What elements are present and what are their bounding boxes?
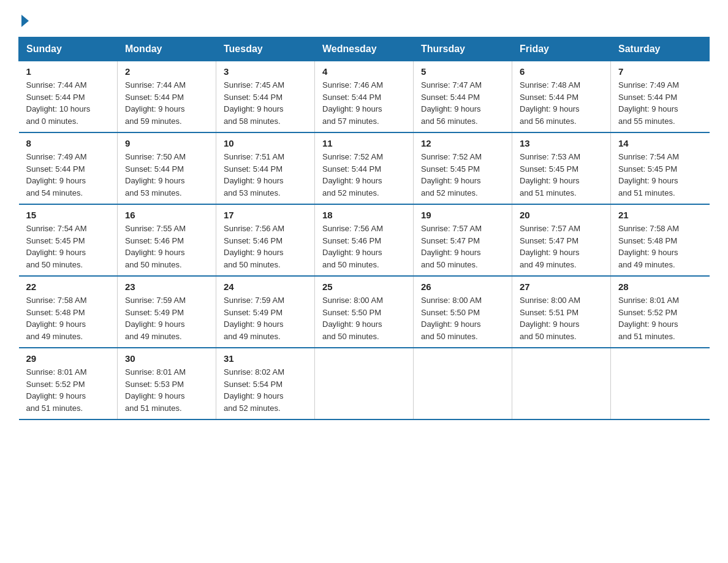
- day-info: Sunrise: 7:50 AMSunset: 5:44 PMDaylight:…: [125, 151, 208, 199]
- day-number: 26: [421, 282, 504, 292]
- day-info: Sunrise: 7:53 AMSunset: 5:45 PMDaylight:…: [520, 151, 603, 199]
- day-number: 18: [322, 210, 406, 220]
- calendar-cell: 24 Sunrise: 7:59 AMSunset: 5:49 PMDaylig…: [216, 276, 315, 348]
- calendar-cell: 12 Sunrise: 7:52 AMSunset: 5:45 PMDaylig…: [414, 132, 512, 204]
- column-header-friday: Friday: [512, 37, 611, 61]
- day-info: Sunrise: 7:44 AMSunset: 5:44 PMDaylight:…: [125, 79, 208, 127]
- day-info: Sunrise: 7:48 AMSunset: 5:44 PMDaylight:…: [520, 79, 603, 127]
- calendar-table: SundayMondayTuesdayWednesdayThursdayFrid…: [18, 37, 710, 420]
- day-info: Sunrise: 7:47 AMSunset: 5:44 PMDaylight:…: [421, 79, 504, 127]
- day-number: 5: [421, 66, 504, 77]
- calendar-cell: [611, 348, 710, 419]
- calendar-cell: 13 Sunrise: 7:53 AMSunset: 5:45 PMDaylig…: [512, 132, 611, 204]
- day-info: Sunrise: 8:01 AMSunset: 5:52 PMDaylight:…: [618, 294, 702, 342]
- day-info: Sunrise: 7:58 AMSunset: 5:48 PMDaylight:…: [26, 294, 110, 342]
- calendar-cell: 30 Sunrise: 8:01 AMSunset: 5:53 PMDaylig…: [118, 348, 216, 419]
- calendar-cell: 17 Sunrise: 7:56 AMSunset: 5:46 PMDaylig…: [216, 204, 315, 276]
- day-info: Sunrise: 7:57 AMSunset: 5:47 PMDaylight:…: [520, 223, 603, 270]
- column-header-thursday: Thursday: [414, 37, 512, 61]
- calendar-cell: 19 Sunrise: 7:57 AMSunset: 5:47 PMDaylig…: [414, 204, 512, 276]
- day-info: Sunrise: 8:00 AMSunset: 5:50 PMDaylight:…: [322, 294, 406, 342]
- day-info: Sunrise: 7:45 AMSunset: 5:44 PMDaylight:…: [224, 79, 307, 127]
- calendar-cell: 21 Sunrise: 7:58 AMSunset: 5:48 PMDaylig…: [611, 204, 710, 276]
- day-info: Sunrise: 8:01 AMSunset: 5:53 PMDaylight:…: [125, 366, 208, 414]
- calendar-cell: 11 Sunrise: 7:52 AMSunset: 5:44 PMDaylig…: [315, 132, 414, 204]
- calendar-cell: 4 Sunrise: 7:46 AMSunset: 5:44 PMDayligh…: [315, 61, 414, 133]
- column-header-monday: Monday: [118, 37, 216, 61]
- day-number: 27: [520, 282, 603, 292]
- calendar-cell: 23 Sunrise: 7:59 AMSunset: 5:49 PMDaylig…: [118, 276, 216, 348]
- day-info: Sunrise: 7:46 AMSunset: 5:44 PMDaylight:…: [322, 79, 406, 127]
- day-number: 24: [224, 282, 307, 292]
- calendar-cell: 16 Sunrise: 7:55 AMSunset: 5:46 PMDaylig…: [118, 204, 216, 276]
- day-info: Sunrise: 7:57 AMSunset: 5:47 PMDaylight:…: [421, 223, 504, 270]
- calendar-cell: 5 Sunrise: 7:47 AMSunset: 5:44 PMDayligh…: [414, 61, 512, 133]
- day-info: Sunrise: 7:51 AMSunset: 5:44 PMDaylight:…: [224, 151, 307, 199]
- day-info: Sunrise: 7:49 AMSunset: 5:44 PMDaylight:…: [618, 79, 702, 127]
- day-info: Sunrise: 7:44 AMSunset: 5:44 PMDaylight:…: [26, 79, 110, 127]
- calendar-week-row: 15 Sunrise: 7:54 AMSunset: 5:45 PMDaylig…: [19, 204, 710, 276]
- day-info: Sunrise: 8:00 AMSunset: 5:51 PMDaylight:…: [520, 294, 603, 342]
- day-info: Sunrise: 8:00 AMSunset: 5:50 PMDaylight:…: [421, 294, 504, 342]
- day-info: Sunrise: 7:55 AMSunset: 5:46 PMDaylight:…: [125, 223, 208, 270]
- column-header-saturday: Saturday: [611, 37, 710, 61]
- calendar-cell: 6 Sunrise: 7:48 AMSunset: 5:44 PMDayligh…: [512, 61, 611, 133]
- day-number: 9: [125, 138, 208, 148]
- column-header-sunday: Sunday: [19, 37, 118, 61]
- day-number: 13: [520, 138, 603, 148]
- calendar-cell: 31 Sunrise: 8:02 AMSunset: 5:54 PMDaylig…: [216, 348, 315, 419]
- day-info: Sunrise: 7:58 AMSunset: 5:48 PMDaylight:…: [618, 223, 702, 270]
- day-info: Sunrise: 7:49 AMSunset: 5:44 PMDaylight:…: [26, 151, 110, 199]
- day-number: 3: [224, 66, 307, 77]
- column-header-wednesday: Wednesday: [315, 37, 414, 61]
- day-number: 7: [618, 66, 702, 77]
- day-number: 15: [26, 210, 110, 220]
- day-info: Sunrise: 7:52 AMSunset: 5:44 PMDaylight:…: [322, 151, 406, 199]
- day-info: Sunrise: 7:59 AMSunset: 5:49 PMDaylight:…: [224, 294, 307, 342]
- calendar-cell: 25 Sunrise: 8:00 AMSunset: 5:50 PMDaylig…: [315, 276, 414, 348]
- day-number: 31: [224, 353, 307, 364]
- day-number: 28: [618, 282, 702, 292]
- day-info: Sunrise: 7:54 AMSunset: 5:45 PMDaylight:…: [26, 223, 110, 270]
- logo-arrow-icon: [21, 15, 29, 27]
- calendar-cell: 3 Sunrise: 7:45 AMSunset: 5:44 PMDayligh…: [216, 61, 315, 133]
- day-info: Sunrise: 7:54 AMSunset: 5:45 PMDaylight:…: [618, 151, 702, 199]
- day-number: 6: [520, 66, 603, 77]
- logo: [18, 12, 29, 25]
- day-number: 30: [125, 353, 208, 364]
- day-number: 22: [26, 282, 110, 292]
- calendar-week-row: 22 Sunrise: 7:58 AMSunset: 5:48 PMDaylig…: [19, 276, 710, 348]
- calendar-cell: [512, 348, 611, 419]
- day-number: 1: [26, 66, 110, 77]
- calendar-cell: 2 Sunrise: 7:44 AMSunset: 5:44 PMDayligh…: [118, 61, 216, 133]
- calendar-week-row: 29 Sunrise: 8:01 AMSunset: 5:52 PMDaylig…: [19, 348, 710, 419]
- calendar-cell: 22 Sunrise: 7:58 AMSunset: 5:48 PMDaylig…: [19, 276, 118, 348]
- calendar-cell: 27 Sunrise: 8:00 AMSunset: 5:51 PMDaylig…: [512, 276, 611, 348]
- calendar-header-row: SundayMondayTuesdayWednesdayThursdayFrid…: [19, 37, 710, 61]
- calendar-cell: 15 Sunrise: 7:54 AMSunset: 5:45 PMDaylig…: [19, 204, 118, 276]
- day-info: Sunrise: 7:52 AMSunset: 5:45 PMDaylight:…: [421, 151, 504, 199]
- calendar-cell: 20 Sunrise: 7:57 AMSunset: 5:47 PMDaylig…: [512, 204, 611, 276]
- calendar-cell: 29 Sunrise: 8:01 AMSunset: 5:52 PMDaylig…: [19, 348, 118, 419]
- calendar-cell: 8 Sunrise: 7:49 AMSunset: 5:44 PMDayligh…: [19, 132, 118, 204]
- calendar-cell: [414, 348, 512, 419]
- day-number: 2: [125, 66, 208, 77]
- column-header-tuesday: Tuesday: [216, 37, 315, 61]
- calendar-cell: 28 Sunrise: 8:01 AMSunset: 5:52 PMDaylig…: [611, 276, 710, 348]
- calendar-cell: 9 Sunrise: 7:50 AMSunset: 5:44 PMDayligh…: [118, 132, 216, 204]
- day-number: 10: [224, 138, 307, 148]
- calendar-cell: 26 Sunrise: 8:00 AMSunset: 5:50 PMDaylig…: [414, 276, 512, 348]
- calendar-cell: [315, 348, 414, 419]
- day-info: Sunrise: 8:02 AMSunset: 5:54 PMDaylight:…: [224, 366, 307, 414]
- calendar-cell: 14 Sunrise: 7:54 AMSunset: 5:45 PMDaylig…: [611, 132, 710, 204]
- day-number: 17: [224, 210, 307, 220]
- day-info: Sunrise: 7:56 AMSunset: 5:46 PMDaylight:…: [322, 223, 406, 270]
- calendar-cell: 10 Sunrise: 7:51 AMSunset: 5:44 PMDaylig…: [216, 132, 315, 204]
- day-number: 29: [26, 353, 110, 364]
- day-number: 16: [125, 210, 208, 220]
- day-number: 23: [125, 282, 208, 292]
- calendar-cell: 1 Sunrise: 7:44 AMSunset: 5:44 PMDayligh…: [19, 61, 118, 133]
- calendar-cell: 18 Sunrise: 7:56 AMSunset: 5:46 PMDaylig…: [315, 204, 414, 276]
- day-number: 12: [421, 138, 504, 148]
- day-number: 25: [322, 282, 406, 292]
